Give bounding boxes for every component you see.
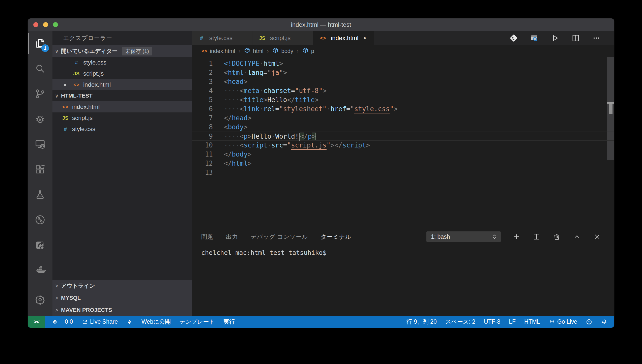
debug-icon (34, 113, 46, 125)
action-open-preview[interactable] (530, 33, 539, 43)
terminal-select-value: 1: bash (431, 233, 450, 240)
tab-index-html[interactable]: <>index.html● (313, 31, 374, 45)
code-line-text: </head> (224, 113, 252, 123)
zoom-window-button[interactable] (53, 22, 58, 27)
breadcrumb-item-index-html[interactable]: <>index.html (202, 48, 235, 54)
file-label: index.html (72, 103, 100, 110)
status-label: LF (509, 318, 516, 325)
remote-indicator[interactable]: >< (28, 316, 45, 328)
breadcrumb-item-p[interactable]: p (302, 47, 314, 55)
status-run[interactable]: 実行 (219, 316, 239, 328)
vscode-window: index.html — html-test 1 エクスプローラー ∨ 開いてい… (28, 18, 614, 328)
activity-bar-item-gitlens[interactable] (28, 207, 52, 232)
activity-bar-item-publish[interactable] (28, 232, 52, 258)
status-bolt[interactable] (122, 316, 137, 328)
breadcrumb-separator-icon: › (296, 48, 300, 54)
terminal[interactable]: chelchel-mac:html-test tatsuhiko$ (192, 246, 614, 316)
file-item-style-css[interactable]: #style.css (52, 124, 192, 135)
terminal-select[interactable]: 1: bash (426, 231, 501, 242)
chevron-right-icon: > (52, 283, 61, 289)
code-line-1: 1<!DOCTYPE·html> (192, 59, 614, 68)
open-editors-header[interactable]: ∨ 開いているエディター 未保存 (1) (52, 45, 192, 57)
tab-label: style.css (209, 35, 232, 42)
line-number: 3 (192, 77, 213, 86)
status-language-mode[interactable]: HTML (520, 316, 544, 328)
sidebar-section-maven-projects[interactable]: >MAVEN PROJECTS (52, 304, 192, 316)
status-indentation[interactable]: スペース: 2 (441, 316, 480, 328)
code-editor[interactable]: 1<!DOCTYPE·html>2<html·lang="ja">3<head>… (192, 57, 614, 227)
file-item-index-html[interactable]: <>index.html (52, 101, 192, 112)
line-number: 10 (192, 141, 213, 150)
action-run[interactable] (550, 33, 560, 43)
section-label: アウトライン (61, 282, 95, 290)
activity-bar-item-explorer[interactable]: 1 (28, 31, 52, 56)
activity-bar-item-settings-gear[interactable] (28, 287, 52, 312)
panel-tab-[interactable]: 出力 (226, 233, 238, 241)
bolt-icon (126, 319, 133, 325)
activity-bar-item-debug[interactable] (28, 106, 52, 132)
status-notifications[interactable] (597, 316, 612, 328)
activity-bar-item-source-control[interactable] (28, 81, 52, 106)
activity-bar-item-test-flask[interactable] (28, 182, 52, 207)
smiley-icon (586, 319, 592, 325)
close-window-button[interactable] (33, 22, 38, 27)
panel-close-panel[interactable] (593, 232, 602, 241)
tab-style-css[interactable]: #style.css (192, 31, 252, 45)
symbol-cube-icon (272, 47, 279, 54)
unsaved-dot-icon: ● (363, 36, 366, 41)
status-publish-web[interactable]: Webに公開 (137, 316, 175, 328)
status-template[interactable]: テンプレート (175, 316, 219, 328)
panel-controls: 1: bash (426, 231, 602, 242)
tab-script-js[interactable]: JSscript.js (252, 31, 313, 45)
open-editor-item-script-js[interactable]: JSscript.js (52, 68, 192, 79)
sidebar-section-mysql[interactable]: >MYSQL (52, 292, 192, 304)
action-more-actions[interactable] (592, 33, 601, 43)
activity-bar-item-search[interactable] (28, 56, 52, 81)
action-split-editor[interactable] (571, 33, 580, 43)
tab-label: index.html (331, 35, 358, 42)
code-line-3: 3<head> (192, 77, 614, 86)
code-line-13: 13 (192, 168, 614, 177)
css-file-icon: # (72, 60, 81, 66)
line-number: 13 (192, 168, 213, 177)
status-problems[interactable]: 0 0 (45, 316, 77, 328)
html-file-icon: <> (202, 48, 207, 54)
panel-tab-[interactable]: デバッグ コンソール (251, 233, 308, 241)
breadcrumb[interactable]: <>index.html›html›body›p (192, 45, 614, 57)
status-cursor-position[interactable]: 行 9、列 20 (402, 316, 441, 328)
panel-split-terminal[interactable] (532, 232, 541, 241)
panel-new-terminal[interactable] (512, 232, 521, 241)
open-editor-item-index-html[interactable]: ●<>index.html (52, 79, 192, 90)
symbol-cube-icon (244, 47, 250, 54)
file-item-script-js[interactable]: JSscript.js (52, 112, 192, 124)
code-line-text: ····<meta·charset="utf-8"> (224, 86, 327, 95)
code-line-text: ····<link·rel="stylesheet"·href="style.c… (224, 104, 398, 113)
status-go-live[interactable]: Go Live (544, 316, 581, 328)
activity-bar-item-docker[interactable] (28, 258, 52, 283)
breadcrumb-item-html[interactable]: html (244, 47, 264, 55)
new-terminal-icon (512, 233, 520, 241)
js-file-icon: JS (72, 71, 81, 77)
status-live-share[interactable]: Live Share (77, 316, 122, 328)
panel-tab-[interactable]: 問題 (201, 233, 213, 241)
activity-bar-item-extensions[interactable] (28, 157, 52, 182)
panel-kill-terminal[interactable] (552, 232, 561, 241)
status-feedback[interactable] (581, 316, 597, 328)
panel-tab-[interactable]: ターミナル (321, 233, 352, 241)
folder-section-header[interactable]: ∨ HTML-TEST (52, 90, 192, 101)
status-eol[interactable]: LF (505, 316, 520, 328)
breadcrumb-item-body[interactable]: body (272, 47, 293, 55)
file-label: script.js (83, 70, 104, 77)
docker-icon (34, 264, 46, 276)
sidebar-section-[interactable]: >アウトライン (52, 280, 192, 292)
open-editor-item-style-css[interactable]: #style.css (52, 57, 192, 68)
activity-bar-item-remote-explorer[interactable] (28, 132, 52, 157)
live-share-icon (81, 319, 88, 325)
action-git-compare[interactable] (509, 33, 518, 43)
panel-maximize-panel[interactable] (572, 232, 581, 241)
status-label: Go Live (557, 318, 577, 325)
activity-badge: 1 (41, 44, 49, 52)
status-encoding[interactable]: UTF-8 (480, 316, 505, 328)
minimize-window-button[interactable] (43, 22, 48, 27)
symbol-cube-icon (302, 47, 309, 54)
